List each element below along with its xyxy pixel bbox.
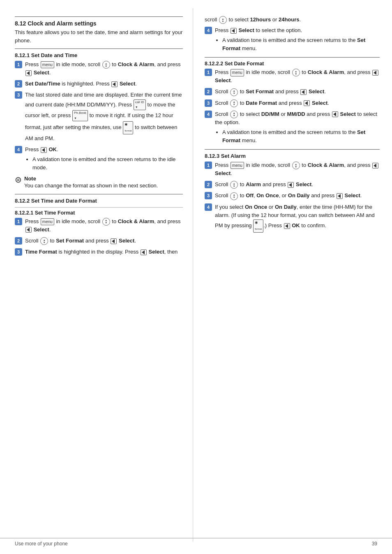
step-8123-1-content: Press menu in idle mode, scroll ▲▼ to Cl…: [215, 161, 380, 178]
step-81221-3: 3 Time Format is highlighted in the disp…: [15, 248, 183, 256]
select-btn-icon: [337, 193, 343, 199]
note-box: ⊜ Note You can change the format as show…: [15, 175, 183, 190]
footer: Use more of your phone 39: [0, 538, 392, 547]
step-num-4: 4: [205, 27, 212, 34]
phbook-icon: Ph.Book▼: [72, 110, 88, 121]
menu-icon: menu: [231, 69, 244, 76]
step-81221-3-content: Time Format is highlighted in the displa…: [25, 248, 183, 256]
step-num-1: 1: [15, 218, 22, 225]
page-content: 8.12 Clock and Alarm settings This featu…: [0, 0, 392, 554]
bullet-8121-4-1: A validation tone is emitted and the scr…: [32, 155, 183, 171]
step-81222-1: 1 Press menu in idle mode, scroll ▲▼ to …: [205, 68, 380, 85]
section-812-title: 8.12 Clock and Alarm settings: [15, 20, 183, 27]
scroll-icon: ▲▼: [219, 16, 227, 24]
step-num-3: 3: [15, 91, 22, 99]
step-8123-3: 3 Scroll ▲▼ to Off, On Once, or On Daily…: [205, 192, 380, 200]
step-num-3: 3: [205, 192, 212, 199]
step-8121-4-bullets: A validation tone is emitted and the scr…: [32, 155, 183, 171]
step-81222-2-content: Scroll ▲▼ to Set Format and press Select…: [215, 88, 380, 96]
step-81222-2: 2 Scroll ▲▼ to Set Format and press Sele…: [205, 88, 380, 96]
sub-81222-title: 8.12.2.2 Set Date Format: [205, 61, 380, 67]
top-divider: [15, 16, 183, 17]
step-81222-4-bullets: A validation tone is emitted and the scr…: [222, 128, 380, 144]
step-8121-3: 3 The last stored date and time are disp…: [15, 91, 183, 143]
step-num-2: 2: [15, 237, 22, 245]
scroll-icon: ▲▼: [230, 111, 238, 118]
steps-8121: 1 Press menu in idle mode, scroll ▲▼ to …: [15, 60, 183, 172]
step-num-4: 4: [205, 111, 212, 118]
step-8123-2: 2 Scroll ▲▼ to Alarm and press Select.: [205, 180, 380, 189]
step-8123-4: 4 If you select On Once or On Daily, ent…: [205, 203, 380, 233]
menu-icon: menu: [41, 218, 54, 226]
select-btn-icon: [25, 227, 32, 233]
step-8123-4-content: If you select On Once or On Daily, enter…: [215, 203, 380, 233]
step-8121-2-content: Set Date/Time is highlighted. Press Sele…: [25, 80, 183, 88]
steps-81222: 1 Press menu in idle mode, scroll ▲▼ to …: [205, 68, 380, 145]
step-num-4: 4: [15, 146, 22, 153]
select-btn-icon: [304, 100, 310, 106]
step-81221-1-content: Press menu in idle mode, scroll ▲▼ to Cl…: [25, 217, 183, 234]
select-btn-icon: [372, 163, 378, 169]
select-btn-icon: [111, 81, 118, 87]
divider-8122: [15, 194, 183, 194]
select-btn-icon: [372, 70, 378, 76]
step-num-4: 4: [205, 203, 212, 211]
step-right-4-bullets: A validation tone is emitted and the scr…: [222, 36, 380, 52]
step-81221-1: 1 Press menu in idle mode, scroll ▲▼ to …: [15, 217, 183, 234]
page: 8.12 Clock and Alarm settings This featu…: [0, 0, 392, 554]
divider-8121: [15, 48, 183, 49]
scroll-icon: ▲▼: [292, 162, 300, 169]
step-num-1: 1: [205, 162, 212, 169]
menu-icon: menu: [41, 61, 54, 69]
select-btn-icon: [332, 111, 338, 117]
step-num-1: 1: [15, 61, 22, 68]
select-btn-icon: [111, 238, 117, 244]
scroll-icon: ▲▼: [230, 88, 238, 96]
callid-icon: call ID▼: [134, 99, 146, 111]
step-num-2: 2: [205, 88, 212, 95]
select-btn-icon: [141, 249, 147, 255]
step-81222-4-content: Scroll ▲▼ to select DD/MM or MM/DD and p…: [215, 110, 380, 145]
sub-8123-title: 8.12.3 Set Alarm: [205, 153, 380, 159]
step-81222-3: 3 Scroll ▲▼ to Date Format and press Sel…: [205, 99, 380, 107]
step-81222-3-content: Scroll ▲▼ to Date Format and press Selec…: [215, 99, 380, 107]
scroll-icon: ▲▼: [292, 69, 300, 76]
scroll-icon: ▲▼: [230, 181, 238, 189]
divider-81222: [205, 57, 380, 58]
step-8121-1: 1 Press menu in idle mode, scroll ▲▼ to …: [15, 60, 183, 77]
step-8123-3-content: Scroll ▲▼ to Off, On Once, or On Daily a…: [215, 192, 380, 200]
scroll-icon: ▲▼: [230, 99, 238, 107]
note-label: Note: [24, 175, 36, 182]
star-format-icon: ✱format: [253, 219, 263, 233]
star-format-icon: ✱format: [123, 121, 133, 134]
select-btn-icon: [284, 223, 290, 229]
step-8121-4: 4 Press OK. A validation tone is emitted…: [15, 145, 183, 172]
right-column: scroll ▲▼ to select 12hours or 24hours. …: [193, 8, 392, 542]
step-num-1: 1: [205, 69, 212, 76]
step-num-2: 2: [205, 181, 212, 188]
divider-8123: [205, 149, 380, 150]
left-column: 8.12 Clock and Alarm settings This featu…: [0, 8, 193, 542]
scroll-icon: ▲▼: [230, 192, 238, 200]
note-text: You can change the format as shown in th…: [24, 182, 158, 189]
divider-81221: [15, 207, 183, 208]
scroll-icon: ▲▼: [40, 237, 48, 245]
select-btn-icon: [41, 147, 47, 153]
step-num-2: 2: [15, 80, 22, 88]
note-icon: ⊜: [15, 175, 22, 185]
select-btn-icon: [25, 70, 32, 76]
sub-8122-title: 8.12.2 Set Time and Date Format: [15, 198, 183, 204]
sub-8121-title: 8.12.1 Set Date and Time: [15, 52, 183, 58]
sub-81221-title: 8.12.2.1 Set Time Format: [15, 210, 183, 216]
step-8123-2-content: Scroll ▲▼ to Alarm and press Select.: [215, 180, 380, 189]
continued-text: scroll ▲▼ to select 12hours or 24hours.: [205, 16, 380, 24]
step-num-3: 3: [15, 248, 22, 256]
section-812-intro: This feature allows you to set the date,…: [15, 28, 183, 44]
scroll-icon: ▲▼: [102, 218, 110, 226]
step-81221-2: 2 Scroll ▲▼ to Set Format and press Sele…: [15, 237, 183, 245]
step-8121-1-content: Press menu in idle mode, scroll ▲▼ to Cl…: [25, 60, 183, 77]
steps-8123: 1 Press menu in idle mode, scroll ▲▼ to …: [205, 161, 380, 233]
step-right-4: 4 Press Select to select the option. A v…: [205, 26, 380, 53]
select-btn-icon: [231, 28, 237, 34]
step-8121-4-content: Press OK. A validation tone is emitted a…: [25, 145, 183, 172]
